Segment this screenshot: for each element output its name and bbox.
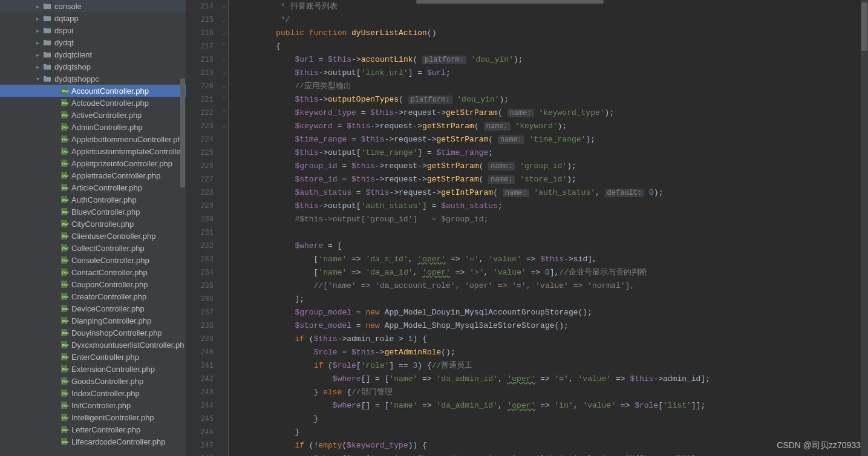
svg-text:PHP: PHP (62, 344, 68, 347)
file-item[interactable]: PHPArticleController.php (0, 181, 186, 194)
svg-text:PHP: PHP (62, 368, 68, 371)
folder-dydqt[interactable]: ▸dydqt (0, 36, 186, 48)
file-item[interactable]: PHPIntelligentController.php (0, 411, 186, 423)
fold-gutter[interactable]: ⌄⌄⌄⌃⌄⌄⌄⌃⌃⌄ (220, 0, 229, 456)
file-item[interactable]: PHPEnterController.php (0, 351, 186, 363)
code-line[interactable]: $this->output['auth_status'] = $auth_sta… (233, 200, 868, 213)
fold-marker[interactable]: ⌄ (220, 67, 228, 80)
code-line[interactable]: $group_model = new App_Model_Douyin_Mysq… (233, 306, 868, 319)
code-line[interactable]: #$this->output['group_id'] = $group_id; (233, 213, 868, 226)
fold-marker[interactable]: ⌄ (220, 13, 228, 27)
code-line[interactable]: if ($this->admin_role > 1) { (233, 333, 868, 346)
file-item[interactable]: PHPAppletcustomtemplateController. (0, 145, 186, 157)
folder-dydqtclient[interactable]: ▸dydqtclient (0, 48, 186, 60)
folder-dspui[interactable]: ▸dspui (0, 24, 186, 36)
code-area[interactable]: * 抖音账号列表 */ public function dyUserListAc… (229, 0, 868, 456)
php-file-icon: PHP (59, 231, 69, 241)
scrollbar-thumb[interactable] (861, 2, 867, 51)
file-item[interactable]: PHPDyxcxmountuserlistController.ph (0, 339, 186, 351)
file-item[interactable]: PHPLetterController.php (0, 423, 186, 435)
php-file-icon: PHP (59, 98, 69, 108)
file-item[interactable]: PHPAccountController.php (0, 85, 186, 97)
code-line[interactable]: $url = $this->accountLink( platform: 'do… (233, 53, 868, 67)
svg-text:PHP: PHP (62, 235, 68, 238)
file-label: EnterController.php (71, 353, 139, 362)
fold-marker[interactable]: ⌄ (220, 27, 228, 40)
fold-marker[interactable]: ⌄ (220, 0, 228, 13)
file-item[interactable]: PHPIndexController.php (0, 387, 186, 399)
folder-dydqtshop[interactable]: ▸dydqtshop (0, 60, 186, 73)
code-line[interactable]: $store_id = $this->request->getStrParam(… (233, 173, 868, 186)
code-line[interactable]: $keyword = $this->request->getStrParam( … (233, 120, 868, 133)
file-item[interactable]: PHPBluevController.php (0, 206, 186, 218)
fold-marker[interactable]: ⌄ (220, 53, 228, 67)
file-item[interactable]: PHPConsoleController.php (0, 254, 186, 266)
file-label: GoodsController.php (71, 377, 143, 386)
code-line[interactable]: $store_model = new App_Model_Shop_MysqlS… (233, 319, 868, 333)
file-item[interactable]: PHPInitController.php (0, 399, 186, 411)
file-item[interactable]: PHPAppletprizeinfoController.php (0, 157, 186, 169)
code-line[interactable]: $auth_status = $this->request->getIntPar… (233, 186, 868, 200)
project-tree-sidebar[interactable]: ▸console▸dqtapp▸dspui▸dydqt▸dydqtclient▸… (0, 0, 186, 456)
file-item[interactable]: PHPCouponController.php (0, 278, 186, 290)
code-line[interactable]: } (233, 426, 868, 439)
code-editor[interactable]: 2142152162172182192202212222232242252262… (186, 0, 868, 456)
code-line[interactable]: $where[] = ['name' => 'da_admin_id', 'op… (233, 373, 868, 386)
fold-marker[interactable]: ⌃ (220, 93, 228, 106)
file-item[interactable]: PHPDouyinshopController.php (0, 327, 186, 339)
code-line[interactable]: { (233, 40, 868, 53)
file-item[interactable]: PHPDianpingController.php (0, 314, 186, 327)
code-line[interactable]: $where[] = ['name' => 'da_admin_id', 'op… (233, 399, 868, 412)
code-line[interactable]: ['name' => 'da_s_id', 'oper' => '=', 'va… (233, 253, 868, 266)
code-line[interactable]: //应用类型输出 (233, 80, 868, 93)
code-line[interactable]: public function dyUserListAction() (233, 27, 868, 40)
folder-dqtapp[interactable]: ▸dqtapp (0, 12, 186, 24)
fold-marker[interactable]: ⌃ (220, 40, 228, 53)
file-item[interactable]: PHPAppletbottommenuController.ph (0, 133, 186, 145)
file-item[interactable]: PHPDeviceController.php (0, 302, 186, 314)
code-line[interactable]: $where = [ (233, 239, 868, 253)
code-line[interactable]: if (!empty($keyword_type)) { (233, 439, 868, 452)
file-item[interactable]: PHPActcodeController.php (0, 97, 186, 109)
fold-marker[interactable]: ⌄ (220, 120, 228, 133)
chevron-right-icon: ▸ (33, 51, 42, 58)
file-label: AppletcustomtemplateController. (71, 147, 185, 156)
code-line[interactable]: $where[] = ['name' => $keyword_type, 'op… (233, 452, 868, 456)
code-line[interactable]: $this->outputOpenTypes( platform: 'dou_y… (233, 93, 868, 106)
file-item[interactable]: PHPLifecardcodeController.php (0, 435, 186, 448)
code-line[interactable]: $group_id = $this->request->getStrParam(… (233, 160, 868, 173)
folder-icon (42, 50, 52, 59)
folder-icon (42, 25, 52, 35)
code-line[interactable]: $keyword_type = $this->request->getStrPa… (233, 106, 868, 120)
folder-console[interactable]: ▸console (0, 0, 186, 12)
editor-scrollbar-vertical[interactable] (861, 0, 868, 456)
file-item[interactable]: PHPExtensionController.php (0, 363, 186, 375)
fold-marker[interactable]: ⌄ (220, 80, 228, 93)
code-line[interactable]: } (233, 412, 868, 426)
code-line[interactable]: //['name' => 'da_account_role', 'oper' =… (233, 279, 868, 293)
code-line[interactable]: */ (233, 13, 868, 27)
code-line[interactable] (233, 226, 868, 239)
fold-marker[interactable]: ⌃ (220, 106, 228, 120)
code-line[interactable]: $this->output['time_range'] = $time_rang… (233, 146, 868, 160)
folder-dydqtshoppc[interactable]: ▾dydqtshoppc (0, 73, 186, 85)
file-item[interactable]: PHPApplettradeController.php (0, 169, 186, 181)
file-item[interactable]: PHPCollectController.php (0, 242, 186, 254)
editor-scrollbar-horizontal-thumb[interactable] (416, 0, 604, 4)
file-item[interactable]: PHPCreatorController.php (0, 290, 186, 302)
code-line[interactable]: $role = $this->getAdminRole(); (233, 346, 868, 359)
file-item[interactable]: PHPClientuserController.php (0, 230, 186, 242)
file-item[interactable]: PHPGoodsController.php (0, 375, 186, 387)
file-item[interactable]: PHPCityController.php (0, 218, 186, 230)
file-item[interactable]: PHPActiveController.php (0, 109, 186, 121)
code-line[interactable]: } else {//部门管理 (233, 386, 868, 399)
code-line[interactable]: if ($role['role'] == 3) {//普通员工 (233, 359, 868, 373)
code-line[interactable]: ['name' => 'da_aa_id', 'oper' => '>', 'v… (233, 266, 868, 279)
file-item[interactable]: PHPAuthController.php (0, 194, 186, 206)
file-item[interactable]: PHPContactController.php (0, 266, 186, 278)
file-item[interactable]: PHPAdminController.php (0, 121, 186, 133)
code-line[interactable]: $this->output['link_url'] = $url; (233, 67, 868, 80)
sidebar-scrollbar[interactable] (180, 79, 185, 187)
code-line[interactable]: ]; (233, 293, 868, 306)
code-line[interactable]: $time_range = $this->request->getStrPara… (233, 133, 868, 146)
